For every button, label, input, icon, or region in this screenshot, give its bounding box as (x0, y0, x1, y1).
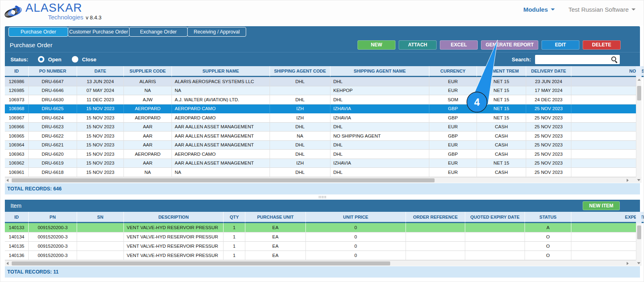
table-row[interactable]: 106963DRU-662015 NOV 2023AEROPARDAEROPAR… (5, 150, 636, 159)
table-row[interactable]: 106964DRU-662115 NOV 2023AARAAR AALLEN A… (5, 141, 636, 150)
modules-menu-label: Modules (523, 6, 548, 13)
table-cell (571, 232, 636, 242)
column-header[interactable]: SUPPLIER NAME (172, 66, 270, 77)
item-horizontal-scrollbar[interactable] (5, 260, 636, 266)
table-cell: DHL (270, 150, 330, 159)
column-header[interactable]: QTY (224, 212, 245, 223)
column-header[interactable]: SHIPPING AGENT NAME (330, 66, 429, 77)
po-vertical-scrollbar[interactable] (636, 77, 642, 177)
table-cell: DHL (330, 123, 429, 132)
column-header[interactable]: STATUS (525, 212, 571, 223)
scrollbar-thumb[interactable] (637, 226, 641, 239)
table-cell: 0 (306, 242, 406, 251)
table-cell: IZHAVIA (330, 159, 429, 168)
status-radio-close[interactable]: Close (72, 56, 96, 63)
column-header[interactable]: PN (29, 212, 77, 223)
scrollbar-thumb[interactable] (12, 261, 390, 265)
table-row[interactable]: 126986DRU-664713 JUN 2024ALARISALARIS AE… (5, 77, 636, 86)
table-row[interactable]: 106968DRU-662515 NOV 2023AEROPARDAEROPAR… (5, 104, 636, 114)
column-header[interactable]: DATE (77, 66, 124, 77)
table-cell: VENT VALVE-HYD RESERVOIR PRESSUR (124, 242, 224, 251)
table-row[interactable]: 106961DRU-661815 NOV 2023NANADHLDHLEURCA… (5, 168, 636, 177)
user-menu[interactable]: Test Russian Software (569, 6, 636, 13)
table-cell: 15 NOV 2023 (77, 113, 124, 123)
new-item-button[interactable]: NEW ITEM (583, 201, 620, 210)
table-cell: 15 NOV 2023 (77, 159, 124, 168)
table-row[interactable]: 106967DRU-662415 NOV 2023AEROPARDAEROPAR… (5, 113, 636, 123)
table-cell: AAR AALLEN ASSET MANAGEMENT (172, 159, 270, 168)
column-header[interactable]: SHIPPING AGENT CODE (270, 66, 330, 77)
column-header[interactable]: UNIT PRICE (306, 212, 406, 223)
table-cell: 15 NOV 2023 (77, 123, 124, 132)
table-row[interactable]: 106966DRU-662315 NOV 2023AARAAR AALLEN A… (5, 123, 636, 132)
generate-report-button[interactable]: GENERATE REPORT (481, 40, 538, 50)
delete-button[interactable]: DELETE (583, 40, 621, 50)
table-row[interactable]: 1401340091520200-3VENT VALVE-HYD RESERVO… (5, 232, 636, 242)
column-header[interactable]: PAYMENT TREM (477, 66, 526, 77)
scroll-left-icon[interactable] (6, 179, 8, 182)
scroll-right-icon[interactable] (627, 179, 629, 182)
tab-exchange-order[interactable]: Exchange Order (129, 27, 188, 37)
table-row[interactable]: 106962DRU-661915 NOV 2023AARAAR AALLEN A… (5, 159, 636, 168)
scroll-corner[interactable] (636, 177, 642, 183)
logo-subtext: Technologies (48, 14, 84, 21)
new-button[interactable]: NEW (358, 40, 395, 50)
search-input[interactable] (537, 56, 611, 62)
po-horizontal-scrollbar[interactable] (5, 177, 636, 183)
column-header[interactable]: ORDER REFERENCE (406, 212, 465, 223)
column-header[interactable]: SN (77, 212, 124, 223)
table-row[interactable]: 126985DRU-664607 MAY 2024NANAKEHPOPEURNE… (5, 86, 636, 96)
column-header[interactable]: NOTES (571, 66, 644, 77)
scroll-right-icon[interactable] (627, 262, 629, 265)
modules-menu[interactable]: Modules (523, 6, 555, 13)
search-icon[interactable] (611, 56, 617, 63)
item-vertical-scrollbar[interactable] (636, 223, 642, 260)
column-header[interactable]: PO NUMBER (29, 66, 77, 77)
logo-text: ALASKAR (25, 2, 102, 14)
column-header[interactable]: PURCHASE UNIT (245, 212, 306, 223)
column-header[interactable]: SUPPLIER CODE (124, 66, 172, 77)
tab-customer-purchase-order[interactable]: Customer Purchase Order (68, 27, 130, 37)
table-row[interactable]: 1401350091520200-3VENT VALVE-HYD RESERVO… (5, 242, 636, 251)
table-cell: DRU-6625 (29, 104, 77, 114)
status-radio-open[interactable]: Open (38, 56, 61, 63)
table-cell: DHL (270, 95, 330, 104)
table-row[interactable]: 106965DRU-662215 NOV 2023AARAAR AALLEN A… (5, 132, 636, 141)
column-header[interactable]: ID (5, 212, 29, 223)
column-header[interactable]: CURRENCY (429, 66, 477, 77)
column-header[interactable]: EXPECTED (571, 212, 644, 223)
table-cell: ALARIS (124, 77, 172, 86)
table-cell: 15 NOV 2023 (77, 132, 124, 141)
column-header[interactable]: DESCRIPTION (124, 212, 224, 223)
column-header[interactable]: DELIVERY DATE (526, 66, 571, 77)
scrollbar-thumb[interactable] (12, 178, 435, 182)
table-cell: 15 NOV 2023 (77, 168, 124, 177)
table-cell: NET 15 (477, 104, 526, 114)
table-cell: 140136 (5, 251, 29, 260)
table-cell: 1 (224, 242, 245, 251)
table-cell: CASH (477, 141, 526, 150)
column-header[interactable]: ID (5, 66, 29, 77)
tab-receiving-approval[interactable]: Receiving / Approval (187, 27, 246, 37)
table-row[interactable]: 1401360091520200-3VENT VALVE-HYD RESERVO… (5, 251, 636, 260)
table-cell: A.J. WALTER (AVIATION) LTD. (172, 95, 270, 104)
scrollbar-thumb[interactable] (637, 86, 641, 100)
attach-button[interactable]: ATTACH (399, 40, 437, 50)
scroll-left-icon[interactable] (6, 262, 8, 265)
pane-splitter[interactable] (0, 194, 644, 200)
scroll-up-icon[interactable] (638, 79, 641, 81)
table-cell: 106973 (5, 95, 29, 104)
search-box (535, 55, 620, 64)
tab-purchase-order[interactable]: Purchase Order (8, 27, 68, 37)
table-row[interactable]: 1401330091520200-3VENT VALVE-HYD RESERVO… (5, 223, 636, 232)
scroll-corner[interactable] (636, 260, 642, 266)
excel-button[interactable]: EXCEL (440, 40, 478, 50)
table-cell: EUR (429, 168, 477, 177)
table-cell: AEROPARD (124, 150, 172, 159)
header-filler (636, 212, 642, 223)
edit-button[interactable]: EDIT (542, 40, 579, 50)
column-header[interactable]: QUOTED EXPIRY DATE (465, 212, 525, 223)
table-cell: NET 15 (477, 86, 526, 96)
item-section-header: Item NEW ITEM (5, 200, 640, 212)
table-row[interactable]: 106973DRU-663011 DEC 2023AJWA.J. WALTER … (5, 95, 636, 104)
